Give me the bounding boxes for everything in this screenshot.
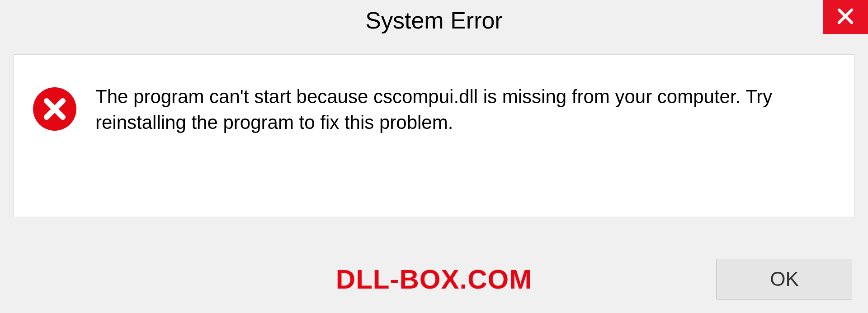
error-message: The program can't start because cscompui… [95,82,836,135]
footer: DLL-BOX.COM OK [0,259,868,299]
dialog-title: System Error [365,7,502,34]
error-icon [32,86,77,132]
titlebar: System Error [0,0,868,45]
ok-button[interactable]: OK [717,259,852,299]
ok-button-label: OK [770,268,799,290]
close-button[interactable] [823,0,868,34]
watermark-text: DLL-BOX.COM [336,264,532,295]
close-icon [836,7,855,28]
content-panel: The program can't start because cscompui… [14,54,854,217]
